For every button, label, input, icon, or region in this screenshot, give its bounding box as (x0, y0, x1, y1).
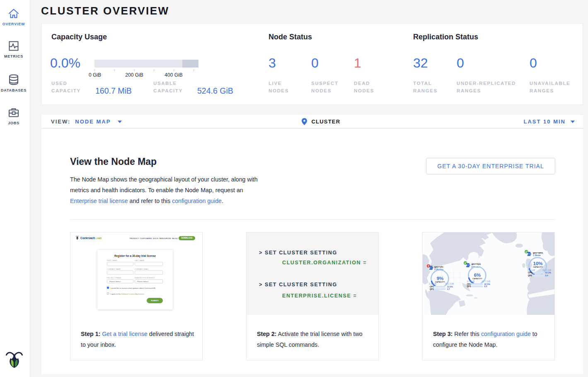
svg-text:geo=ams: geo=ams (533, 251, 543, 254)
svg-text:0.4: 0.4 (545, 274, 548, 277)
svg-text:3.2 GiB: 3.2 GiB (429, 283, 436, 285)
svg-text:9%: 9% (437, 276, 444, 281)
svg-text:CAPACITY: CAPACITY (533, 266, 543, 268)
svg-text:43.7 GiB: 43.7 GiB (482, 280, 490, 283)
svg-text:CPU: CPU (467, 283, 471, 285)
svg-text:CAPACITY: CAPACITY (472, 278, 482, 280)
svg-text:QPS: QPS (467, 285, 471, 288)
svg-text:3.7 GiB: 3.7 GiB (467, 280, 474, 283)
svg-text:1 Node: 1 Node (533, 254, 541, 256)
svg-text:QPS: QPS (430, 288, 434, 290)
svg-text:CPU: CPU (430, 286, 434, 288)
svg-text:10%: 10% (533, 261, 542, 266)
svg-text:CAPACITY: CAPACITY (435, 281, 445, 283)
svg-text:geo=sfo: geo=sfo (434, 266, 443, 268)
svg-text:35.1 GiB: 35.1 GiB (445, 283, 454, 285)
svg-text:4.7: 4.7 (447, 288, 450, 290)
svg-text:3.6 GiB: 3.6 GiB (528, 269, 535, 271)
svg-text:0.0: 0.0 (484, 285, 487, 288)
svg-text:34.4 GiB: 34.4 GiB (542, 269, 551, 271)
svg-text:6%: 6% (474, 273, 481, 278)
svg-text:geo=nyc: geo=nyc (471, 263, 481, 265)
svg-text:52.3%: 52.3% (545, 271, 552, 274)
svg-text:QPS: QPS (528, 275, 532, 277)
svg-text:CPU: CPU (528, 272, 532, 274)
